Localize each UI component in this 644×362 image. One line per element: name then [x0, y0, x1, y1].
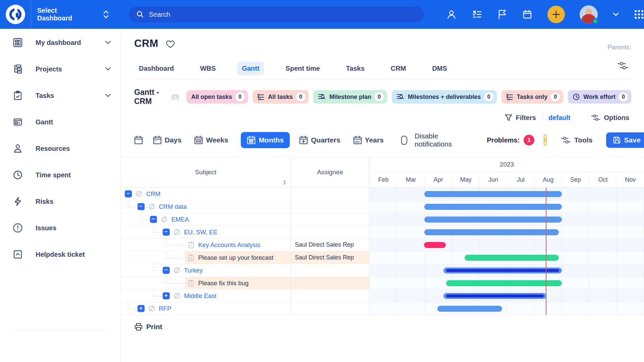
scale-months-button[interactable]: Months: [241, 132, 290, 148]
parents-options-icon[interactable]: [617, 61, 629, 70]
tab-wbs[interactable]: WBS: [195, 62, 220, 75]
task-subject-link[interactable]: CRM data: [159, 203, 187, 210]
sidebar-divider: [10, 330, 110, 330]
scale-days-button[interactable]: Days: [153, 135, 181, 145]
sidebar-item-resources[interactable]: Resources: [0, 139, 120, 158]
collapse-node-button[interactable]: −: [150, 216, 157, 223]
calendar-icon[interactable]: [522, 9, 533, 20]
scale-days-label: Days: [165, 136, 181, 144]
task-list-icon[interactable]: [472, 9, 482, 20]
tab-gantt[interactable]: Gantt: [237, 62, 264, 75]
collapse-node-button[interactable]: −: [138, 203, 145, 210]
sidebar-item-helpdesk-ticket[interactable]: Helpdesk ticket: [0, 245, 120, 264]
gantt-row-crm-data: −CRM data: [121, 200, 644, 213]
filters-label: Filters: [516, 114, 536, 122]
select-dashboard-label: Select Dashboard: [37, 7, 91, 22]
filter-preset-default[interactable]: default: [548, 114, 571, 122]
lightning-icon: [13, 196, 23, 206]
filter-chip-milestones-deliverables[interactable]: Milestones + deliverables0: [392, 90, 497, 104]
gantt-bar-blue[interactable]: [443, 293, 546, 299]
scale-years-button[interactable]: 365 Years: [353, 135, 384, 145]
user-avatar[interactable]: [580, 5, 598, 23]
app-logo[interactable]: [0, 0, 31, 29]
add-button[interactable]: [547, 6, 565, 23]
filter-chip-milestone-plan[interactable]: Milestone plan0: [313, 90, 387, 104]
sidebar-item-tasks[interactable]: Tasks: [0, 86, 120, 105]
tab-spent-time[interactable]: Spent time: [281, 62, 324, 75]
month-label-sep: Sep: [562, 172, 589, 187]
flag-icon[interactable]: [497, 9, 507, 20]
print-button[interactable]: Print: [134, 322, 644, 331]
sidebar-label: Time spent: [36, 171, 111, 179]
month-label-jun: Jun: [479, 172, 507, 187]
tab-tasks[interactable]: Tasks: [341, 62, 369, 75]
save-button[interactable]: Save: [606, 132, 644, 148]
task-subject-link[interactable]: EMEA: [171, 216, 189, 223]
filter-chip-tasks-only[interactable]: Tasks only0: [501, 90, 564, 104]
tab-dashboard[interactable]: Dashboard: [134, 62, 178, 75]
chevron-down-icon[interactable]: [105, 41, 111, 45]
tab-dms[interactable]: DMS: [427, 62, 451, 75]
calendar-plain-button[interactable]: [134, 135, 143, 145]
task-subject-link[interactable]: Please set up your forecast: [198, 254, 273, 261]
gantt-bar-green[interactable]: [446, 280, 561, 286]
notifications-checkbox[interactable]: [401, 136, 408, 145]
task-subject-link[interactable]: CRM: [146, 190, 160, 198]
notifications-label: Disable notifications: [415, 132, 454, 148]
task-subject-link[interactable]: Please fix this bug: [198, 280, 249, 287]
collapse-node-button[interactable]: −: [125, 190, 132, 197]
select-dashboard-button[interactable]: Select Dashboard: [37, 7, 109, 22]
sidebar-item-issues[interactable]: Issues: [0, 218, 120, 238]
search-input[interactable]: [149, 11, 417, 18]
favorite-heart-icon[interactable]: [166, 40, 175, 49]
gantt-bar-blue[interactable]: [424, 217, 562, 223]
gantt-bar-green[interactable]: [465, 255, 559, 261]
gantt-row-rfp: +RFP: [121, 302, 644, 315]
gantt-bar-blue[interactable]: [424, 229, 559, 235]
gantt-bar-blue[interactable]: [443, 267, 562, 274]
info-warning-icon[interactable]: i: [544, 134, 547, 146]
sort-arrows-icon[interactable]: ▲▼: [283, 179, 286, 185]
filters-button[interactable]: Filters: [504, 114, 536, 122]
gantt-toolbar: Days Weeks Months Quarters 365 Years Dis…: [121, 122, 644, 148]
gantt-row-turkey: −Turkey: [121, 264, 644, 277]
sidebar-item-gantt[interactable]: Gantt: [0, 112, 120, 132]
scale-quarters-button[interactable]: Quarters: [299, 135, 340, 145]
chevron-down-icon[interactable]: [105, 94, 111, 98]
task-subject-link[interactable]: RFP: [159, 305, 171, 312]
task-subject-link[interactable]: Middle East: [184, 292, 217, 300]
scale-weeks-button[interactable]: Weeks: [194, 135, 228, 145]
gantt-bar-pink[interactable]: [424, 242, 446, 248]
sidebar-item-risks[interactable]: Risks: [0, 192, 120, 211]
sidebar-item-time-spent[interactable]: Time spent: [0, 165, 120, 185]
apps-grid-icon[interactable]: [634, 9, 644, 19]
gantt-bar-blue[interactable]: [424, 191, 562, 197]
task-subject-link[interactable]: EU, SW, EE: [184, 229, 218, 236]
collapse-node-button[interactable]: −: [163, 267, 170, 274]
expand-node-button[interactable]: +: [138, 305, 145, 312]
person-icon: [13, 143, 23, 154]
task-subject-link[interactable]: Key Accounts Analysis: [198, 241, 260, 249]
collapse-node-button[interactable]: −: [163, 229, 170, 236]
filter-chip-work-effort[interactable]: Work effort0: [568, 90, 631, 104]
gantt-bar-blue[interactable]: [424, 204, 562, 210]
sidebar-item-my-dashboard[interactable]: My dashboard: [0, 33, 120, 52]
expand-node-button[interactable]: +: [163, 292, 170, 299]
tools-button[interactable]: Tools: [561, 136, 592, 144]
timeline-cell: [370, 213, 644, 226]
filter-chip-all-open-tasks[interactable]: All open tasks0: [186, 90, 248, 104]
avatar-chevron-down-icon[interactable]: [612, 12, 619, 17]
assignee-cell: [291, 213, 370, 226]
task-subject-link[interactable]: Turkey: [184, 267, 203, 274]
disable-notifications-toggle[interactable]: Disable notifications: [401, 132, 455, 148]
filter-chip-all-tasks[interactable]: All tasks0: [253, 90, 309, 104]
sidebar-item-projects[interactable]: Projects: [0, 59, 120, 79]
search-bar[interactable]: [129, 6, 424, 22]
tab-crm[interactable]: CRM: [386, 62, 411, 75]
options-button[interactable]: Options: [591, 114, 629, 122]
assignee-column-header: Assignee: [291, 157, 370, 187]
gantt-bar-blue[interactable]: [437, 306, 502, 312]
profile-icon[interactable]: [446, 9, 457, 20]
chevron-down-icon[interactable]: [105, 67, 111, 71]
assignee-cell: [291, 200, 370, 213]
